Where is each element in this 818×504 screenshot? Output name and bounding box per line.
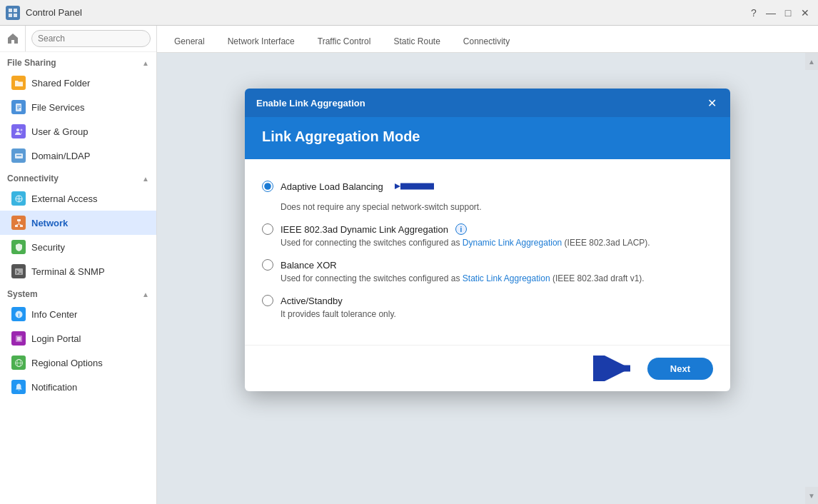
section-header-file-sharing[interactable]: File Sharing ▲ xyxy=(0,52,156,71)
radio-active-standby[interactable] xyxy=(262,295,273,306)
svg-rect-5 xyxy=(17,106,21,106)
radio-option-adaptive-lb: Adaptive Load Balancing xyxy=(262,173,713,213)
modal-header-title: Enable Link Aggregation xyxy=(256,98,365,109)
svg-rect-11 xyxy=(16,155,21,156)
search-row xyxy=(0,26,156,52)
radio-option-active-standby: Active/Standby It provides fault toleran… xyxy=(262,295,713,321)
tab-traffic-control[interactable]: Traffic Control xyxy=(308,32,381,52)
sidebar-item-terminal-snmp[interactable]: Terminal & SNMP xyxy=(0,259,156,283)
radio-ieee-8023ad[interactable] xyxy=(262,223,273,235)
radio-row-balance-xor: Balance XOR xyxy=(262,259,713,271)
tab-connectivity[interactable]: Connectivity xyxy=(453,32,520,52)
svg-rect-14 xyxy=(15,225,18,227)
radio-desc-adaptive-lb: Does not require any special network-swi… xyxy=(281,201,713,213)
home-button[interactable] xyxy=(0,26,26,51)
sidebar-item-user-group[interactable]: User & Group xyxy=(0,119,156,143)
modal-enable-link-aggregation: Enable Link Aggregation ✕ Link Aggregati… xyxy=(245,89,730,391)
sidebar-item-file-services[interactable]: File Services xyxy=(0,95,156,119)
terminal-icon xyxy=(11,264,26,278)
tab-general[interactable]: General xyxy=(164,32,215,52)
section-collapse-arrow-system: ▲ xyxy=(142,291,149,298)
sidebar-item-network[interactable]: Network xyxy=(0,211,156,235)
section-label-connectivity: Connectivity xyxy=(7,173,59,183)
modal-close-button[interactable]: ✕ xyxy=(705,96,719,110)
radio-desc-ieee: Used for connecting the switches configu… xyxy=(281,236,713,249)
radio-adaptive-lb[interactable] xyxy=(262,181,273,192)
svg-point-9 xyxy=(20,128,22,131)
section-collapse-arrow-file-sharing: ▲ xyxy=(142,59,149,67)
sidebar: File Sharing ▲ Shared Folder File Servic… xyxy=(0,26,157,504)
notification-icon xyxy=(11,380,26,394)
sidebar-label-external-access: External Access xyxy=(31,193,98,204)
regional-options-icon xyxy=(11,356,26,370)
radio-label-active-standby[interactable]: Active/Standby xyxy=(281,296,343,306)
sidebar-label-regional-options: Regional Options xyxy=(31,358,103,368)
folder-icon xyxy=(11,76,26,90)
close-button[interactable]: ✕ xyxy=(798,6,812,20)
main-layout: File Sharing ▲ Shared Folder File Servic… xyxy=(0,26,818,504)
sidebar-item-login-portal[interactable]: Login Portal xyxy=(0,326,156,351)
radio-balance-xor[interactable] xyxy=(262,259,273,271)
radio-label-ieee[interactable]: IEEE 802.3ad Dynamic Link Aggregation xyxy=(281,224,448,235)
sidebar-item-shared-folder[interactable]: Shared Folder xyxy=(0,71,156,95)
sidebar-label-file-services: File Services xyxy=(31,102,84,113)
sidebar-label-domain-ldap: Domain/LDAP xyxy=(31,151,90,161)
section-label-system: System xyxy=(7,289,38,299)
radio-label-balance-xor[interactable]: Balance XOR xyxy=(281,260,337,271)
sidebar-item-security[interactable]: Security xyxy=(0,235,156,259)
svg-rect-13 xyxy=(17,219,21,221)
svg-line-17 xyxy=(16,224,19,225)
svg-rect-3 xyxy=(14,14,17,17)
user-group-icon xyxy=(11,124,26,138)
modal-body: Adaptive Load Balancing xyxy=(245,159,730,345)
sidebar-item-domain-ldap[interactable]: Domain/LDAP xyxy=(0,143,156,168)
section-header-connectivity[interactable]: Connectivity ▲ xyxy=(0,168,156,186)
info-center-icon: i xyxy=(11,307,26,321)
radio-desc-balance-xor: Used for connecting the switches configu… xyxy=(281,272,713,285)
sidebar-item-info-center[interactable]: i Info Center xyxy=(0,302,156,326)
window-title: Control Panel xyxy=(26,7,82,18)
maximize-button[interactable]: □ xyxy=(781,6,795,20)
svg-text:i: i xyxy=(18,312,19,317)
security-icon xyxy=(11,240,26,254)
svg-rect-6 xyxy=(17,107,21,108)
file-services-icon xyxy=(11,100,26,114)
sidebar-item-external-access[interactable]: External Access xyxy=(0,186,156,211)
login-portal-icon xyxy=(11,331,26,346)
svg-rect-7 xyxy=(17,109,19,109)
radio-row-active-standby: Active/Standby xyxy=(262,295,713,306)
svg-rect-0 xyxy=(9,9,12,12)
content-tabs: General Network Interface Traffic Contro… xyxy=(157,26,818,53)
sidebar-label-security: Security xyxy=(31,242,65,253)
section-label-file-sharing: File Sharing xyxy=(7,58,56,68)
app-icon xyxy=(6,6,20,20)
tab-static-route[interactable]: Static Route xyxy=(383,32,450,52)
help-button[interactable]: ? xyxy=(747,6,761,20)
radio-option-balance-xor: Balance XOR Used for connecting the swit… xyxy=(262,259,713,285)
radio-desc-active-standby: It provides fault tolerance only. xyxy=(281,308,713,321)
title-bar: Control Panel ? — □ ✕ xyxy=(0,0,818,26)
sidebar-item-regional-options[interactable]: Regional Options xyxy=(0,351,156,375)
window-controls: ? — □ ✕ xyxy=(747,6,812,20)
external-access-icon xyxy=(11,191,26,206)
sidebar-label-user-group: User & Group xyxy=(31,126,88,137)
section-collapse-arrow-connectivity: ▲ xyxy=(142,175,149,183)
tab-network-interface[interactable]: Network Interface xyxy=(218,32,305,52)
svg-rect-24 xyxy=(17,337,21,341)
info-icon-ieee[interactable]: i xyxy=(455,223,467,235)
arrow-annotation-right xyxy=(593,356,636,381)
section-header-system[interactable]: System ▲ xyxy=(0,283,156,302)
modal-footer: Next xyxy=(245,345,730,391)
next-button[interactable]: Next xyxy=(647,358,713,380)
search-input[interactable] xyxy=(31,30,151,47)
svg-point-8 xyxy=(16,128,19,131)
radio-label-adaptive-lb[interactable]: Adaptive Load Balancing xyxy=(281,181,383,192)
sidebar-label-terminal-snmp: Terminal & SNMP xyxy=(31,266,105,277)
svg-rect-19 xyxy=(15,268,23,275)
sidebar-item-notification[interactable]: Notification xyxy=(0,375,156,399)
minimize-button[interactable]: — xyxy=(764,6,778,20)
radio-option-ieee: IEEE 802.3ad Dynamic Link Aggregation i … xyxy=(262,223,713,249)
modal-blue-header: Link Aggregation Mode xyxy=(245,117,730,159)
sidebar-label-login-portal: Login Portal xyxy=(31,333,81,344)
arrow-annotation-left xyxy=(395,173,438,199)
